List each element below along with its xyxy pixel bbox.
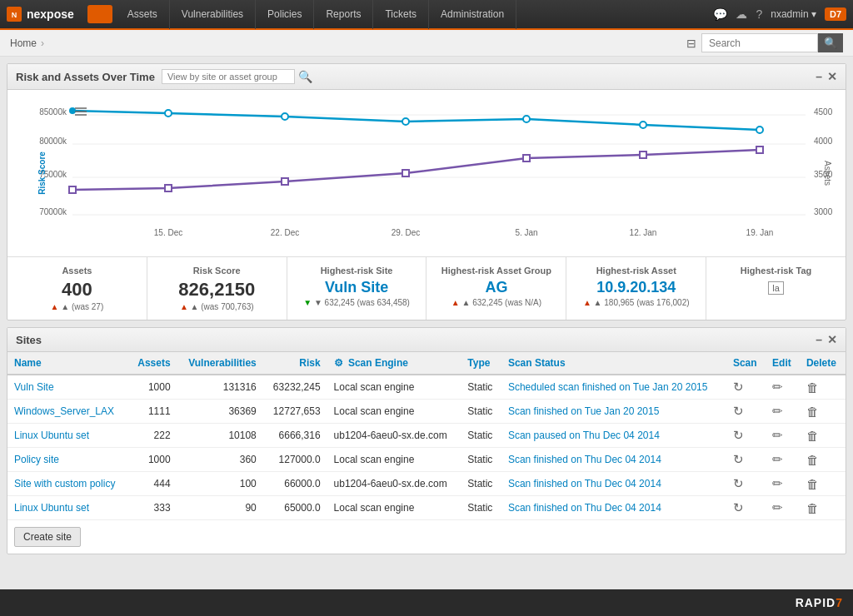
d7-badge: D7 bbox=[825, 7, 846, 21]
stat-hr-site-label: Highest-risk Site bbox=[299, 266, 415, 276]
edit-btn-2[interactable]: ✏ bbox=[772, 428, 783, 442]
table-row: Windows_Server_LAX 1111 36369 12727,653 … bbox=[7, 400, 846, 424]
help-icon[interactable]: ? bbox=[756, 7, 762, 21]
cell-edit-3: ✏ bbox=[766, 448, 800, 472]
widget-minimize-btn[interactable]: – bbox=[816, 70, 822, 83]
stat-hr-asset: Highest-risk Asset 10.9.20.134 ▲ ▲ 180,9… bbox=[566, 257, 706, 320]
svg-text:Risk Score: Risk Score bbox=[37, 152, 47, 195]
cell-name-2: Linux Ubuntu set bbox=[7, 424, 128, 448]
sites-close-btn[interactable]: ✕ bbox=[827, 333, 837, 346]
cloud-icon[interactable]: ☁ bbox=[736, 7, 747, 21]
site-name-link-5[interactable]: Linux Ubuntu set bbox=[14, 502, 89, 514]
svg-text:70000k: 70000k bbox=[39, 207, 67, 216]
edit-btn-4[interactable]: ✏ bbox=[772, 476, 783, 490]
delete-btn-2[interactable]: 🗑 bbox=[806, 429, 819, 443]
nav-reports[interactable]: Reports bbox=[314, 0, 373, 29]
site-name-link-1[interactable]: Windows_Server_LAX bbox=[14, 405, 114, 417]
cell-assets-0: 1000 bbox=[128, 375, 177, 400]
svg-rect-34 bbox=[523, 155, 530, 161]
svg-text:5. Jan: 5. Jan bbox=[515, 228, 537, 237]
col-name[interactable]: Name bbox=[7, 352, 128, 375]
search-button[interactable]: 🔍 bbox=[818, 33, 843, 52]
scan-btn-2[interactable]: ↻ bbox=[733, 428, 744, 442]
site-name-link-4[interactable]: Site with custom policy bbox=[14, 478, 115, 489]
svg-point-23 bbox=[69, 107, 76, 114]
col-assets[interactable]: Assets bbox=[128, 352, 177, 375]
edit-btn-5[interactable]: ✏ bbox=[772, 500, 783, 514]
site-filter-input[interactable] bbox=[162, 69, 295, 84]
cell-type-4: Static bbox=[461, 472, 501, 496]
col-scan-engine[interactable]: ⚙ Scan Engine bbox=[327, 352, 461, 375]
edit-btn-0[interactable]: ✏ bbox=[772, 380, 783, 394]
nav-administration[interactable]: Administration bbox=[429, 0, 516, 29]
sites-minimize-btn[interactable]: – bbox=[816, 333, 822, 346]
col-type[interactable]: Type bbox=[461, 352, 501, 375]
cell-name-5: Linux Ubuntu set bbox=[7, 496, 128, 520]
chat-icon[interactable]: 💬 bbox=[713, 7, 727, 21]
stat-hr-asset-value[interactable]: 10.9.20.134 bbox=[578, 279, 694, 296]
stat-hr-ag-value[interactable]: AG bbox=[438, 279, 554, 296]
filter-icon[interactable]: ⊟ bbox=[686, 37, 696, 50]
stat-hr-site-value[interactable]: Vuln Site bbox=[299, 279, 415, 296]
user-menu[interactable]: nxadmin ▾ bbox=[771, 8, 816, 20]
delete-btn-0[interactable]: 🗑 bbox=[806, 380, 819, 395]
site-name-link-2[interactable]: Linux Ubuntu set bbox=[14, 430, 89, 441]
scan-status-link-5[interactable]: Scan finished on Thu Dec 04 2014 bbox=[508, 502, 661, 514]
breadcrumb-home[interactable]: Home bbox=[10, 37, 37, 49]
col-scan[interactable]: Scan bbox=[726, 352, 766, 375]
edit-btn-3[interactable]: ✏ bbox=[772, 452, 783, 466]
cell-risk-2: 6666,316 bbox=[263, 424, 327, 448]
cell-engine-1: Local scan engine bbox=[327, 400, 461, 424]
delete-btn-3[interactable]: 🗑 bbox=[806, 453, 819, 467]
scan-btn-3[interactable]: ↻ bbox=[733, 452, 744, 466]
cell-risk-0: 63232,245 bbox=[263, 375, 327, 400]
cell-type-0: Static bbox=[461, 375, 501, 400]
cell-vulns-4: 100 bbox=[177, 472, 263, 496]
scan-btn-4[interactable]: ↻ bbox=[733, 476, 744, 490]
nav-policies[interactable]: Policies bbox=[256, 0, 314, 29]
nexpose-logo-icon: N bbox=[7, 7, 22, 22]
top-navigation: N nexpose Assets Vulnerabilities Policie… bbox=[0, 0, 853, 30]
scan-status-link-2[interactable]: Scan paused on Thu Dec 04 2014 bbox=[508, 430, 660, 441]
cell-type-1: Static bbox=[461, 400, 501, 424]
site-name-link-0[interactable]: Vuln Site bbox=[14, 381, 54, 393]
col-risk[interactable]: Risk bbox=[263, 352, 327, 375]
scan-status-link-0[interactable]: Scheduled scan finished on Tue Jan 20 20… bbox=[508, 381, 708, 393]
col-edit[interactable]: Edit bbox=[766, 352, 800, 375]
col-scan-status[interactable]: Scan Status bbox=[501, 352, 726, 375]
nav-tickets[interactable]: Tickets bbox=[373, 0, 429, 29]
svg-text:22. Dec: 22. Dec bbox=[271, 228, 299, 237]
delete-btn-1[interactable]: 🗑 bbox=[806, 405, 819, 419]
delete-btn-5[interactable]: 🗑 bbox=[806, 501, 819, 515]
widget-close-btn[interactable]: ✕ bbox=[827, 70, 837, 83]
cell-edit-1: ✏ bbox=[766, 400, 800, 424]
stat-assets-value: 400 bbox=[19, 279, 135, 301]
scan-status-link-4[interactable]: Scan finished on Thu Dec 04 2014 bbox=[508, 478, 661, 489]
site-filter-search-btn[interactable]: 🔍 bbox=[295, 70, 316, 83]
scan-btn-0[interactable]: ↻ bbox=[733, 380, 744, 394]
search-input[interactable] bbox=[701, 33, 818, 52]
nav-menu: Assets Vulnerabilities Policies Reports … bbox=[116, 0, 714, 29]
footer-logo: RAPID7 bbox=[796, 596, 843, 609]
site-name-link-3[interactable]: Policy site bbox=[14, 454, 59, 465]
create-site-button[interactable]: Create site bbox=[14, 527, 81, 547]
scan-btn-5[interactable]: ↻ bbox=[733, 500, 744, 514]
delete-btn-4[interactable]: 🗑 bbox=[806, 477, 819, 491]
home-nav-icon[interactable] bbox=[87, 5, 112, 23]
stat-risk-sub: ▲ ▲ (was 700,763) bbox=[159, 302, 275, 311]
col-delete[interactable]: Delete bbox=[800, 352, 846, 375]
scan-status-link-3[interactable]: Scan finished on Thu Dec 04 2014 bbox=[508, 454, 661, 465]
nav-vulnerabilities[interactable]: Vulnerabilities bbox=[170, 0, 256, 29]
scan-btn-1[interactable]: ↻ bbox=[733, 404, 744, 418]
col-vulnerabilities[interactable]: Vulnerabilities bbox=[177, 352, 263, 375]
nav-assets[interactable]: Assets bbox=[116, 0, 170, 29]
cell-delete-2: 🗑 bbox=[800, 424, 846, 448]
edit-btn-1[interactable]: ✏ bbox=[772, 404, 783, 418]
home-icon bbox=[94, 8, 106, 20]
scan-status-link-1[interactable]: Scan finished on Tue Jan 20 2015 bbox=[508, 405, 659, 417]
svg-text:15. Dec: 15. Dec bbox=[154, 228, 182, 237]
stat-risk: Risk Score 826,2150 ▲ ▲ (was 700,763) bbox=[147, 257, 287, 320]
cell-scan-0: ↻ bbox=[726, 375, 766, 400]
cell-type-2: Static bbox=[461, 424, 501, 448]
main-content: Risk and Assets Over Time 🔍 – ✕ 85000k 8… bbox=[0, 57, 853, 589]
